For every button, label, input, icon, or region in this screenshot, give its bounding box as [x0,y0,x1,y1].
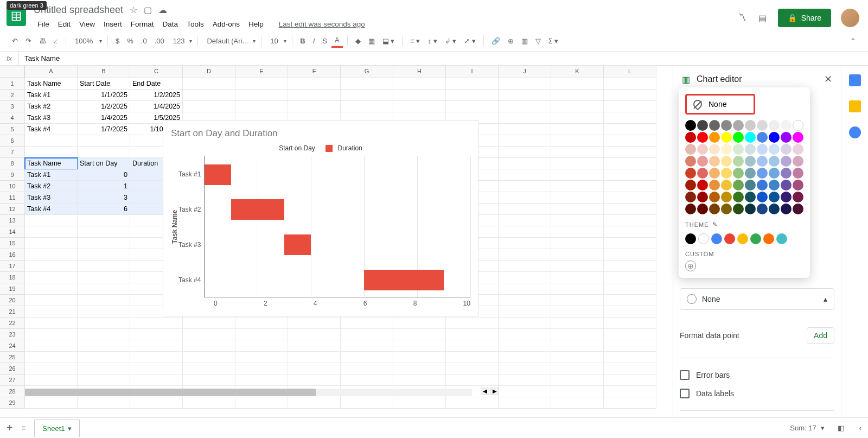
comment-icon[interactable]: ▤ [757,12,768,23]
color-swatch[interactable] [709,156,720,167]
data-labels-checkbox[interactable]: Data labels [680,384,834,403]
color-swatch[interactable] [709,168,720,179]
color-swatch[interactable] [745,120,756,131]
row-header[interactable]: 19 [0,283,25,295]
cell[interactable] [393,340,446,352]
cell[interactable] [235,374,288,386]
percent-button[interactable]: % [124,35,137,47]
color-swatch[interactable] [709,120,720,131]
cell[interactable] [130,329,183,340]
color-swatch[interactable] [733,180,744,191]
cell[interactable] [78,283,130,295]
color-swatch[interactable] [697,168,708,179]
color-swatch[interactable] [781,132,792,143]
col-header[interactable]: G [341,66,393,78]
cell[interactable] [130,340,183,352]
cell[interactable] [78,238,130,249]
color-swatch[interactable] [721,120,732,131]
theme-swatch[interactable] [737,233,748,244]
cell[interactable] [499,397,551,409]
cell[interactable] [341,329,393,340]
cell[interactable]: 1/1/2025 [78,90,130,101]
cell[interactable] [288,340,341,352]
row-header[interactable]: 20 [0,295,25,306]
color-swatch[interactable] [757,168,768,179]
color-swatch[interactable] [685,204,696,214]
cell[interactable] [235,397,288,409]
cell[interactable] [446,340,499,352]
bar[interactable] [231,199,284,220]
color-swatch[interactable] [757,132,768,143]
move-icon[interactable]: ▢ [144,5,152,15]
color-swatch[interactable] [781,204,792,214]
row-header[interactable]: 1 [0,78,25,90]
cell[interactable] [604,340,656,352]
cell[interactable]: Task #1 [25,169,78,181]
row-header[interactable]: 26 [0,363,25,374]
italic-button[interactable]: I [310,35,318,47]
color-swatch[interactable] [757,156,768,167]
color-swatch[interactable] [721,144,732,155]
color-swatch[interactable] [769,132,780,143]
cell[interactable] [499,261,551,272]
row-header[interactable]: 21 [0,306,25,318]
cell[interactable] [183,363,235,374]
color-swatch[interactable] [697,132,708,143]
cell[interactable] [183,101,235,112]
color-swatch[interactable] [709,144,720,155]
cell[interactable] [183,397,235,409]
cell[interactable] [604,386,656,397]
add-custom-color-button[interactable]: ⊕ [685,261,696,271]
cell[interactable] [78,340,130,352]
cell[interactable] [499,306,551,318]
number-format-select[interactable]: 123 [169,36,194,46]
cell[interactable] [25,352,78,363]
color-swatch[interactable] [685,192,696,202]
color-swatch[interactable] [709,204,720,214]
color-swatch[interactable] [745,192,756,202]
cell[interactable] [288,329,341,340]
wrap-button[interactable]: ↲ ▾ [442,35,460,47]
cell[interactable] [235,352,288,363]
cell[interactable] [78,249,130,261]
cell[interactable] [499,181,551,192]
cell[interactable] [446,90,499,101]
cell[interactable] [551,204,604,215]
insert-chart-button[interactable]: ▥ [518,35,531,47]
borders-button[interactable]: ▦ [365,35,378,47]
cell[interactable]: Task Name [25,78,78,90]
cell[interactable] [551,226,604,238]
cell[interactable] [341,363,393,374]
cell[interactable] [78,374,130,386]
color-swatch[interactable] [697,120,708,131]
color-swatch[interactable] [781,168,792,179]
row-header[interactable]: 9 [0,169,25,181]
cell[interactable] [446,329,499,340]
color-swatch[interactable] [709,132,720,143]
color-swatch[interactable] [733,192,744,202]
add-data-point-button[interactable]: Add [807,327,834,344]
cell[interactable] [551,283,604,295]
cell[interactable] [499,147,551,158]
row-header[interactable]: 13 [0,215,25,226]
row-header[interactable]: 8 [0,158,25,169]
theme-swatch[interactable] [711,233,722,244]
col-header[interactable]: J [499,66,551,78]
chevron-left-icon[interactable]: ‹ [859,424,861,432]
link-button[interactable]: 🔗 [488,35,503,47]
cell[interactable] [235,90,288,101]
cell[interactable] [393,397,446,409]
theme-swatch[interactable] [776,233,787,244]
cell[interactable] [341,90,393,101]
cell[interactable]: 1/4/2025 [130,101,183,112]
cell[interactable] [341,397,393,409]
color-swatch[interactable] [733,204,744,214]
color-swatch[interactable] [769,120,780,131]
print-button[interactable]: 🖶 [36,35,49,47]
menu-format[interactable]: Format [127,18,158,30]
cell[interactable] [604,261,656,272]
color-swatch[interactable] [745,156,756,167]
cell[interactable] [499,386,551,397]
cell[interactable] [604,90,656,101]
row-header[interactable]: 23 [0,329,25,340]
